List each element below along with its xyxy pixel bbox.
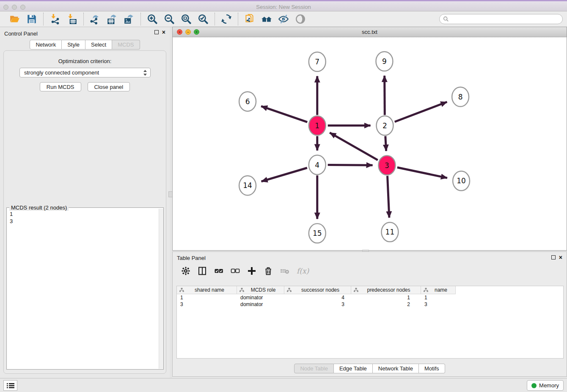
table-cell[interactable]: 2 xyxy=(351,301,421,308)
column-header-name[interactable]: name xyxy=(421,286,456,294)
open-session-icon[interactable] xyxy=(9,14,20,25)
svg-text:14: 14 xyxy=(243,181,252,190)
column-header-label: successor nodes xyxy=(294,287,351,293)
column-header-label: MCDS role xyxy=(247,287,284,293)
table-cell[interactable]: 1 xyxy=(177,294,237,301)
first-neighbors-icon[interactable] xyxy=(261,14,272,25)
graph-node-6[interactable]: 6 xyxy=(239,92,256,111)
delete-table-icon[interactable] xyxy=(280,266,289,276)
tab-network[interactable]: Network xyxy=(30,40,62,50)
refresh-icon[interactable] xyxy=(221,14,232,25)
table-cell[interactable]: 1 xyxy=(421,294,456,301)
svg-text:10: 10 xyxy=(457,177,466,185)
graph-edge-1-6[interactable] xyxy=(261,106,307,122)
table-cell[interactable]: 4 xyxy=(284,294,351,301)
tab-select[interactable]: Select xyxy=(85,40,112,50)
graph-node-8[interactable]: 8 xyxy=(452,87,469,107)
table-cell[interactable]: 3 xyxy=(284,301,351,308)
mcds-result-item[interactable]: 3 xyxy=(10,218,158,225)
table-cell[interactable]: dominator xyxy=(237,301,284,308)
table-row[interactable]: 3dominator323 xyxy=(177,301,563,308)
graph-edge-3-10[interactable] xyxy=(397,168,447,178)
graph-node-2[interactable]: 2 xyxy=(376,116,393,135)
close-panel-icon[interactable]: × xyxy=(162,30,165,34)
export-image-icon[interactable] xyxy=(124,14,135,25)
table-cell[interactable]: 3 xyxy=(421,301,456,308)
graph-edge-4-3[interactable] xyxy=(328,165,373,166)
deselect-all-icon[interactable] xyxy=(231,266,240,276)
svg-text:15: 15 xyxy=(313,229,322,237)
run-mcds-button[interactable]: Run MCDS xyxy=(40,82,81,91)
zoom-in-icon[interactable] xyxy=(147,14,158,25)
graph-node-4[interactable]: 4 xyxy=(309,155,326,174)
search-input[interactable] xyxy=(451,16,562,22)
graph-node-7[interactable]: 7 xyxy=(309,52,326,72)
table-cell[interactable]: 3 xyxy=(177,301,237,308)
float-panel-icon[interactable] xyxy=(154,30,159,34)
column-header-predecessor-nodes[interactable]: predecessor nodes xyxy=(351,286,421,294)
hide-style-icon[interactable] xyxy=(278,14,289,25)
network-view-window: × − + scc.txt 7968124314101511 xyxy=(172,27,567,251)
column-header-MCDS-role[interactable]: MCDS role xyxy=(237,286,284,294)
tab-motifs[interactable]: Motifs xyxy=(419,364,445,373)
window-title: Session: New Session xyxy=(0,4,567,10)
search-field[interactable] xyxy=(439,14,563,24)
network-canvas[interactable]: 7968124314101511 xyxy=(173,37,567,250)
graph-edge-2-9[interactable] xyxy=(385,76,385,115)
column-header-successor-nodes[interactable]: successor nodes xyxy=(284,286,351,294)
zoom-out-icon[interactable] xyxy=(164,14,175,25)
table-cell[interactable]: 1 xyxy=(351,294,421,301)
graph-edge-2-8[interactable] xyxy=(395,102,447,122)
graph-node-14[interactable]: 14 xyxy=(239,176,256,195)
graph-edge-3-11[interactable] xyxy=(388,176,389,218)
close-panel-button[interactable]: Close panel xyxy=(88,82,130,91)
function-builder-icon: f(x) xyxy=(297,267,309,275)
control-panel-title: Control Panel xyxy=(4,30,38,37)
graph-node-1[interactable]: 1 xyxy=(309,116,326,135)
tab-mcds[interactable]: MCDS xyxy=(112,40,140,50)
import-network-icon[interactable] xyxy=(50,14,61,25)
mcds-result-item[interactable]: 1 xyxy=(10,210,158,218)
graph-edge-4-14[interactable] xyxy=(261,168,307,182)
float-table-panel-icon[interactable] xyxy=(551,255,556,259)
table-row[interactable]: 1dominator411 xyxy=(177,294,563,301)
close-table-panel-icon[interactable]: × xyxy=(559,255,562,259)
memory-button[interactable]: Memory xyxy=(527,380,564,391)
graph-edge-2-3[interactable] xyxy=(385,136,386,151)
export-table-icon[interactable] xyxy=(107,14,118,25)
delete-column-icon[interactable] xyxy=(264,266,273,276)
graph-node-10[interactable]: 10 xyxy=(453,171,470,190)
column-header-shared-name[interactable]: shared name xyxy=(177,286,237,294)
graph-node-3[interactable]: 3 xyxy=(378,155,395,175)
network-window-titlebar[interactable]: × − + scc.txt xyxy=(173,27,567,37)
import-table-icon[interactable] xyxy=(66,14,77,25)
mcds-result-list[interactable]: 13 xyxy=(7,209,158,369)
graph-node-15[interactable]: 15 xyxy=(309,224,326,243)
export-network-icon[interactable] xyxy=(90,14,101,25)
save-session-icon[interactable] xyxy=(26,14,37,25)
table-cell[interactable]: dominator xyxy=(237,294,284,301)
show-graphics-icon[interactable] xyxy=(295,14,306,25)
graph-edge-3-1[interactable] xyxy=(330,133,378,160)
add-column-icon[interactable] xyxy=(247,266,256,276)
table-settings-icon[interactable] xyxy=(181,266,190,276)
tab-edge-table[interactable]: Edge Table xyxy=(334,364,373,373)
svg-text:4: 4 xyxy=(315,161,319,169)
task-history-button[interactable] xyxy=(3,380,17,391)
svg-text:8: 8 xyxy=(458,93,463,101)
select-all-icon[interactable] xyxy=(214,266,223,276)
result-scrollbar[interactable] xyxy=(159,209,163,369)
status-bar: Memory xyxy=(0,378,567,392)
titlebar: Session: New Session xyxy=(0,0,567,11)
tab-node-table[interactable]: Node Table xyxy=(294,364,334,373)
column-header-label: predecessor nodes xyxy=(361,287,421,293)
tab-network-table[interactable]: Network Table xyxy=(373,364,419,373)
tab-style[interactable]: Style xyxy=(62,40,85,50)
optimization-criterion-select[interactable]: strongly connected component xyxy=(19,68,151,77)
graph-node-11[interactable]: 11 xyxy=(381,222,398,242)
zoom-selected-icon[interactable] xyxy=(198,14,209,25)
zoom-fit-icon[interactable] xyxy=(181,14,192,25)
graph-node-9[interactable]: 9 xyxy=(376,52,393,71)
duplicate-network-icon[interactable] xyxy=(244,14,255,25)
column-visibility-icon[interactable] xyxy=(198,266,207,276)
